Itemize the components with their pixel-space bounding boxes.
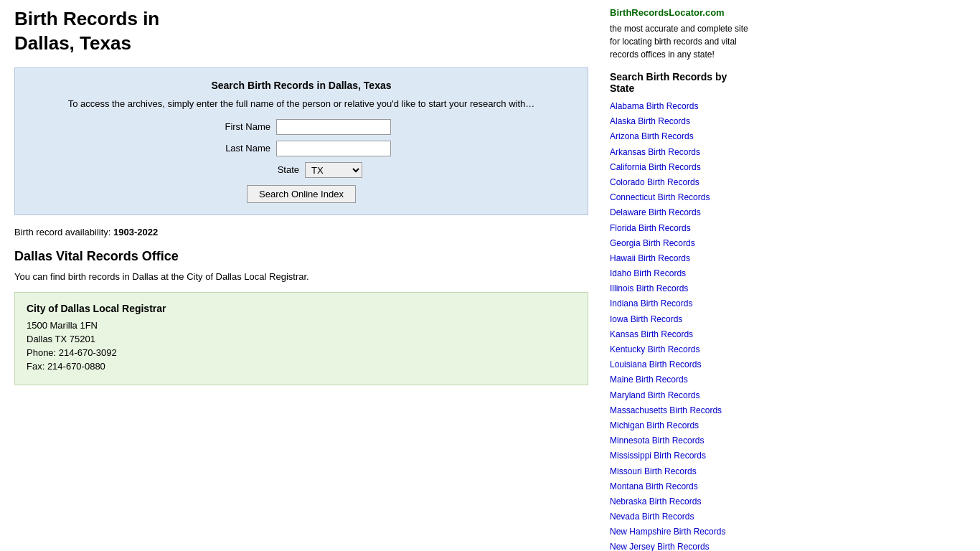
- state-link-item[interactable]: Illinois Birth Records: [610, 282, 753, 296]
- search-description: To access the archives, simply enter the…: [27, 98, 576, 109]
- first-name-input[interactable]: [276, 119, 391, 135]
- first-name-row: First Name: [27, 119, 576, 135]
- search-button-row: Search Online Index: [27, 185, 576, 203]
- state-link-item[interactable]: New Jersey Birth Records: [610, 540, 753, 551]
- office-box: City of Dallas Local Registrar 1500 Mari…: [14, 292, 588, 385]
- state-row: State TX AL AK AZ AR CA CO CT DE FL GA H…: [27, 162, 576, 178]
- state-link-item[interactable]: Missouri Birth Records: [610, 465, 753, 479]
- state-link-item[interactable]: Idaho Birth Records: [610, 267, 753, 281]
- state-link-item[interactable]: Connecticut Birth Records: [610, 191, 753, 204]
- site-description: the most accurate and complete site for …: [610, 22, 753, 61]
- state-links-list: Alabama Birth RecordsAlaska Birth Record…: [610, 100, 753, 551]
- last-name-row: Last Name: [27, 141, 576, 156]
- site-link[interactable]: BirthRecordsLocator.com: [610, 7, 725, 18]
- state-link-item[interactable]: California Birth Records: [610, 161, 753, 174]
- state-link-item[interactable]: Mississippi Birth Records: [610, 449, 753, 463]
- last-name-label: Last Name: [212, 143, 276, 154]
- sidebar: BirthRecordsLocator.com the most accurat…: [603, 7, 753, 551]
- state-link-item[interactable]: Alaska Birth Records: [610, 115, 753, 128]
- search-box: Search Birth Records in Dallas, Texas To…: [14, 67, 588, 215]
- state-link-item[interactable]: Maine Birth Records: [610, 373, 753, 387]
- state-link-item[interactable]: Nevada Birth Records: [610, 510, 753, 524]
- state-link-item[interactable]: Montana Birth Records: [610, 480, 753, 494]
- state-link-item[interactable]: Florida Birth Records: [610, 222, 753, 235]
- search-heading: Search Birth Records in Dallas, Texas: [27, 80, 576, 91]
- state-link-item[interactable]: New Hampshire Birth Records: [610, 525, 753, 539]
- state-label: State: [240, 164, 305, 175]
- availability-text: Birth record availability: 1903-2022: [14, 227, 588, 237]
- state-link-item[interactable]: Michigan Birth Records: [610, 419, 753, 433]
- state-link-item[interactable]: Indiana Birth Records: [610, 297, 753, 311]
- state-link-item[interactable]: Arizona Birth Records: [610, 130, 753, 143]
- state-link-item[interactable]: Colorado Birth Records: [610, 176, 753, 189]
- office-address2: Dallas TX 75201: [27, 334, 576, 344]
- office-name: City of Dallas Local Registrar: [27, 303, 576, 314]
- last-name-input[interactable]: [276, 141, 391, 156]
- first-name-label: First Name: [212, 121, 276, 132]
- state-link-item[interactable]: Minnesota Birth Records: [610, 434, 753, 448]
- state-link-item[interactable]: Delaware Birth Records: [610, 206, 753, 220]
- main-content: Birth Records in Dallas, Texas Search Bi…: [14, 7, 603, 551]
- state-link-item[interactable]: Hawaii Birth Records: [610, 252, 753, 265]
- office-address1: 1500 Marilla 1FN: [27, 320, 576, 331]
- state-link-item[interactable]: Georgia Birth Records: [610, 237, 753, 250]
- state-link-item[interactable]: Arkansas Birth Records: [610, 146, 753, 159]
- state-link-item[interactable]: Kansas Birth Records: [610, 328, 753, 342]
- state-link-item[interactable]: Iowa Birth Records: [610, 313, 753, 326]
- vital-records-title: Dallas Vital Records Office: [14, 249, 588, 264]
- state-link-item[interactable]: Kentucky Birth Records: [610, 343, 753, 357]
- availability-years: 1903-2022: [113, 227, 158, 237]
- state-search-heading: Search Birth Records by State: [610, 71, 753, 94]
- office-phone: Phone: 214-670-3092: [27, 347, 576, 358]
- search-button[interactable]: Search Online Index: [247, 185, 356, 203]
- state-link-item[interactable]: Alabama Birth Records: [610, 100, 753, 113]
- office-fax: Fax: 214-670-0880: [27, 361, 576, 372]
- state-link-item[interactable]: Louisiana Birth Records: [610, 358, 753, 372]
- state-select[interactable]: TX AL AK AZ AR CA CO CT DE FL GA HI ID I…: [305, 162, 362, 178]
- vital-records-description: You can find birth records in Dallas at …: [14, 271, 588, 282]
- state-link-item[interactable]: Massachusetts Birth Records: [610, 404, 753, 418]
- page-title: Birth Records in Dallas, Texas: [14, 7, 588, 56]
- state-link-item[interactable]: Nebraska Birth Records: [610, 495, 753, 509]
- state-link-item[interactable]: Maryland Birth Records: [610, 389, 753, 402]
